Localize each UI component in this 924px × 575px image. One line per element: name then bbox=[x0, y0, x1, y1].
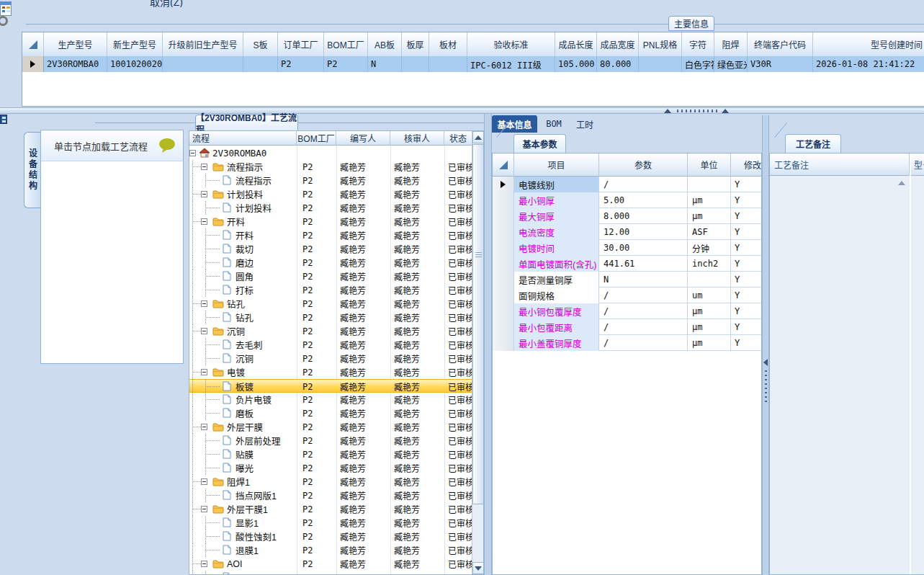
tree-cell[interactable]: 臧艳芳 bbox=[390, 269, 444, 283]
tree-cell[interactable]: P2 bbox=[297, 365, 336, 379]
param-modify-cell[interactable]: Y bbox=[731, 224, 762, 240]
tree-cell[interactable]: P2 bbox=[297, 160, 336, 174]
param-modify-cell[interactable]: Y bbox=[731, 192, 762, 208]
vertical-splitter-2[interactable] bbox=[762, 115, 769, 575]
tree-row-电镀[interactable]: 电镀P2臧艳芳臧艳芳已审核 bbox=[189, 365, 472, 379]
tree-cell[interactable]: 臧艳芳 bbox=[336, 311, 390, 324]
tree-row-挡点网版1[interactable]: 挡点网版1P2臧艳芳臧艳芳已审核 bbox=[189, 489, 472, 502]
tree-cell[interactable]: 臧艳芳 bbox=[390, 502, 444, 516]
main-cell-3[interactable] bbox=[243, 56, 278, 72]
tree-cell[interactable]: 臧艳芳 bbox=[336, 297, 390, 311]
expand-box-icon[interactable] bbox=[201, 328, 207, 334]
tree-cell[interactable]: 臧艳芳 bbox=[390, 215, 444, 228]
main-cell-8[interactable] bbox=[429, 56, 467, 72]
tree-cell[interactable]: 臧艳芳 bbox=[390, 187, 444, 201]
tree-row-退膜1[interactable]: 退膜1P2臧艳芳臧艳芳已审核 bbox=[189, 543, 472, 557]
param-row-4[interactable]: 电镀时间30.00分钟Y bbox=[493, 240, 762, 256]
tree-cell[interactable] bbox=[336, 571, 390, 575]
tree-cell[interactable]: 臧艳芳 bbox=[336, 516, 390, 530]
main-cell-15[interactable]: V30R bbox=[748, 56, 813, 72]
param-unit-cell[interactable]: um bbox=[688, 288, 731, 303]
tree-cell[interactable]: 已审核 bbox=[444, 269, 472, 283]
main-col-header-14[interactable]: 阻焊 bbox=[714, 32, 748, 56]
tree-cell[interactable]: 已审核 bbox=[444, 201, 472, 215]
tree-row-blank[interactable] bbox=[189, 571, 472, 575]
param-item-cell[interactable]: 面铜规格 bbox=[514, 288, 599, 303]
main-cell-4[interactable]: P2 bbox=[278, 56, 324, 72]
param-unit-cell[interactable]: μm bbox=[688, 192, 731, 208]
tree-cell[interactable]: 臧艳芳 bbox=[336, 160, 390, 174]
tree-row-外层前处理[interactable]: 外层前处理P2臧艳芳臧艳芳已审核 bbox=[189, 434, 472, 447]
param-item-cell[interactable]: 最小包覆距离 bbox=[514, 319, 599, 335]
tree-cell[interactable]: 已审核 bbox=[444, 365, 472, 379]
tree-cell[interactable]: 已审核 bbox=[444, 297, 472, 311]
tree-cell[interactable]: 已审核 bbox=[444, 311, 472, 324]
tree-cell[interactable]: P2 bbox=[297, 352, 336, 365]
tree-cell[interactable]: P2 bbox=[297, 393, 336, 406]
expand-box-icon[interactable] bbox=[201, 218, 207, 225]
param-row-1[interactable]: 最小铜厚5.00μmY bbox=[493, 192, 762, 208]
tree-cell[interactable]: 已审核 bbox=[444, 489, 472, 502]
scroll-down-button[interactable] bbox=[472, 562, 484, 574]
tree-cell[interactable]: 臧艳芳 bbox=[390, 420, 444, 434]
tree-cell[interactable]: 臧艳芳 bbox=[336, 283, 390, 297]
tree-cell[interactable]: 臧艳芳 bbox=[336, 269, 390, 283]
expand-box-icon[interactable] bbox=[201, 561, 207, 567]
tree-col-header-1[interactable]: BOM工厂 bbox=[297, 131, 336, 146]
cancel-button[interactable]: 取消(Z) bbox=[141, 0, 206, 7]
tree-cell[interactable]: P2 bbox=[297, 420, 336, 434]
tree-row-酸性蚀刻1[interactable]: 酸性蚀刻1P2臧艳芳臧艳芳已审核 bbox=[189, 530, 472, 543]
scroll-up-button[interactable] bbox=[472, 131, 484, 143]
param-item-cell[interactable]: 最小铜厚 bbox=[514, 192, 599, 208]
tree-cell[interactable]: 臧艳芳 bbox=[390, 557, 444, 571]
tree-cell[interactable]: 已审核 bbox=[444, 380, 472, 393]
tree-row-外层干膜[interactable]: 外层干膜P2臧艳芳臧艳芳已审核 bbox=[189, 420, 472, 434]
tree-cell[interactable]: 臧艳芳 bbox=[336, 489, 390, 502]
tree-cell[interactable]: 臧艳芳 bbox=[336, 557, 390, 571]
tree-cell[interactable]: 已审核 bbox=[444, 338, 472, 352]
tree-cell[interactable]: 臧艳芳 bbox=[336, 174, 390, 187]
tree-cell[interactable]: 臧艳芳 bbox=[390, 338, 444, 352]
main-col-header-4[interactable]: 订单工厂 bbox=[278, 32, 324, 56]
expand-box-icon[interactable] bbox=[201, 424, 207, 430]
collapse-left-icon[interactable] bbox=[763, 359, 768, 366]
param-item-cell[interactable]: 电流密度 bbox=[514, 224, 599, 240]
tree-cell[interactable]: 臧艳芳 bbox=[390, 160, 444, 174]
param-row-7[interactable]: 面铜规格/umY bbox=[493, 288, 762, 303]
tree-row-板镀[interactable]: 板镀P2臧艳芳臧艳芳已审核 bbox=[189, 379, 472, 393]
param-unit-cell[interactable] bbox=[688, 177, 731, 192]
main-cell-6[interactable]: N bbox=[368, 56, 402, 72]
param-modify-cell[interactable]: Y bbox=[731, 335, 762, 351]
tree-cell[interactable]: P2 bbox=[297, 557, 336, 571]
param-row-10[interactable]: 最小盖覆铜厚度/μmY bbox=[493, 335, 762, 351]
tree-cell[interactable]: 已审核 bbox=[444, 406, 472, 420]
tree-cell[interactable] bbox=[336, 146, 390, 160]
tree-row-AOI[interactable]: AOIP2臧艳芳臧艳芳已审核 bbox=[189, 557, 472, 571]
tree-row-2V30ROMBA0[interactable]: 2V30ROMBA0 bbox=[189, 146, 472, 160]
main-col-header-10[interactable]: 成品长度 bbox=[555, 32, 597, 56]
expand-box-icon[interactable] bbox=[201, 369, 207, 375]
tree-row-钻孔[interactable]: 钻孔P2臧艳芳臧艳芳已审核 bbox=[189, 297, 472, 311]
tree-cell[interactable]: 已审核 bbox=[444, 502, 472, 516]
tree-cell[interactable]: 臧艳芳 bbox=[390, 406, 444, 420]
tree-cell[interactable]: P2 bbox=[297, 543, 336, 557]
link-form-icon[interactable] bbox=[0, 1, 12, 30]
collapsed-panel-icon[interactable] bbox=[0, 115, 7, 124]
params-col-header-0[interactable]: 项目 bbox=[514, 153, 599, 177]
param-value-cell[interactable]: 5.00 bbox=[599, 192, 688, 208]
tree-cell[interactable]: P2 bbox=[297, 228, 336, 242]
param-row-0[interactable]: 电镀线别/Y bbox=[493, 177, 762, 192]
tree-cell[interactable]: P2 bbox=[297, 283, 336, 297]
tree-row-钻孔[interactable]: 钻孔P2臧艳芳臧艳芳已审核 bbox=[189, 311, 472, 324]
tree-cell[interactable]: 臧艳芳 bbox=[336, 543, 390, 557]
param-value-cell[interactable]: N bbox=[599, 272, 688, 288]
tree-cell[interactable]: P2 bbox=[297, 380, 336, 393]
main-col-header-2[interactable]: 升级前旧生产型号 bbox=[163, 32, 243, 56]
tree-cell[interactable]: P2 bbox=[297, 447, 336, 461]
param-unit-cell[interactable]: ASF bbox=[688, 224, 731, 240]
tree-cell[interactable]: 已审核 bbox=[444, 160, 472, 174]
tree-cell[interactable]: 臧艳芳 bbox=[336, 187, 390, 201]
tree-cell[interactable]: 已审核 bbox=[444, 557, 472, 571]
tree-cell[interactable]: 臧艳芳 bbox=[336, 393, 390, 406]
tree-row-流程指示[interactable]: 流程指示P2臧艳芳臧艳芳已审核 bbox=[189, 174, 472, 187]
